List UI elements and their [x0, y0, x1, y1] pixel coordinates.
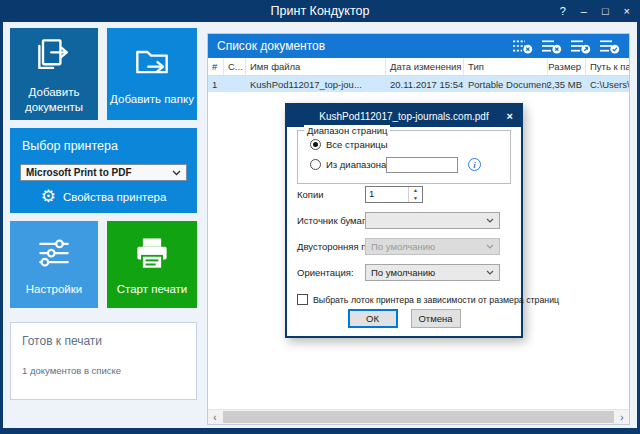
dialog-title: KushPod112017_top-journals.com.pdf [319, 111, 488, 122]
cancel-button[interactable]: Отмена [411, 309, 461, 328]
app-window: Принт Кондуктор ? – □ × Добавить докумен… [0, 0, 640, 434]
chevron-down-icon [486, 218, 494, 223]
all-pages-label: Все страницы [326, 139, 388, 150]
ok-button[interactable]: ОК [348, 309, 398, 328]
col-status[interactable]: С... [224, 58, 246, 75]
settings-button[interactable]: Настройки [10, 221, 98, 308]
duplex-value: По умолчанию [371, 241, 435, 252]
tray-checkbox[interactable]: Выбрать лоток принтера в зависимости от … [297, 294, 559, 305]
from-range-label: Из диапазона: [326, 159, 389, 170]
page-range-group: Диапазон страниц Все страницы Из диапазо… [297, 130, 511, 184]
row-type: Portable Document F... [464, 76, 548, 92]
col-path[interactable]: Путь к папке [586, 58, 629, 75]
settings-label: Настройки [26, 282, 82, 297]
maximize-button[interactable]: □ [602, 0, 609, 22]
row-num: 1 [208, 76, 224, 92]
printer-icon [130, 233, 174, 275]
row-name: KushPod112017_top-jou... [246, 76, 386, 92]
add-documents-button[interactable]: Добавить документы [10, 28, 98, 120]
printer-panel: Выбор принтера Microsoft Print to PDF ⚙ … [10, 128, 197, 213]
all-pages-radio[interactable]: Все страницы [310, 139, 388, 150]
add-documents-icon [32, 34, 76, 78]
open-list-icon[interactable] [570, 39, 591, 54]
chevron-down-icon [172, 170, 181, 176]
col-type[interactable]: Тип [464, 58, 548, 75]
start-print-button[interactable]: Старт печати [107, 221, 197, 308]
row-date: 20.11.2017 15:54 [386, 76, 464, 92]
add-folder-icon [130, 41, 174, 85]
start-print-label: Старт печати [117, 282, 188, 297]
window-title: Принт Кондуктор [271, 4, 370, 18]
copies-stepper[interactable]: 1 ▲ ▼ [365, 186, 423, 203]
help-button[interactable]: ? [560, 0, 566, 22]
orientation-label: Ориентация: [297, 267, 354, 278]
scroll-left-icon[interactable]: ‹ [208, 411, 222, 424]
paper-source-select[interactable] [365, 212, 500, 229]
dialog-close-button[interactable]: × [507, 105, 513, 127]
col-date[interactable]: Дата изменения [386, 58, 464, 75]
info-icon[interactable]: i [468, 158, 481, 171]
tray-checkbox-label: Выбрать лоток принтера в зависимости от … [313, 295, 559, 305]
minimize-button[interactable]: – [581, 0, 587, 22]
table-row[interactable]: 1 KushPod112017_top-jou... 20.11.2017 15… [208, 76, 629, 92]
table-header: # С... Имя файла Дата изменения Тип Разм… [208, 58, 629, 76]
col-size[interactable]: Размер [548, 58, 586, 75]
printer-properties-label: Свойства принтера [63, 191, 166, 203]
spin-down-icon[interactable]: ▼ [409, 195, 422, 203]
dialog-titlebar: KushPod112017_top-journals.com.pdf × [287, 105, 521, 127]
chevron-down-icon [486, 244, 494, 249]
titlebar: Принт Кондуктор ? – □ × [0, 0, 640, 22]
status-count: 1 документов в списке [22, 365, 196, 376]
printer-properties-button[interactable]: ⚙ Свойства принтера [10, 188, 197, 205]
orientation-select[interactable]: По умолчанию [365, 264, 500, 281]
radio-unselected-icon [310, 159, 321, 170]
horizontal-scrollbar[interactable]: ‹ › [208, 409, 629, 424]
copies-value: 1 [366, 187, 408, 202]
row-path: C:\Users\Admin\Desktop\ [586, 76, 629, 92]
document-list-header: Список документов [208, 34, 629, 58]
add-documents-label: Добавить документы [10, 85, 98, 115]
status-text: Готов к печати [22, 334, 196, 348]
print-settings-dialog: KushPod112017_top-journals.com.pdf × Диа… [285, 103, 523, 338]
save-list-icon[interactable] [599, 39, 620, 54]
row-size: 12,35 MB [548, 76, 586, 92]
close-button[interactable]: × [624, 0, 630, 22]
scroll-right-icon[interactable]: › [615, 411, 629, 424]
paper-source-label: Источник бумаги [297, 215, 371, 226]
clear-list-icon[interactable] [541, 39, 562, 54]
from-range-radio[interactable]: Из диапазона: [310, 159, 389, 170]
add-folder-button[interactable]: Добавить папку [107, 28, 197, 120]
spin-up-icon[interactable]: ▲ [409, 187, 422, 195]
radio-selected-icon [310, 139, 321, 150]
col-num[interactable]: # [208, 58, 224, 75]
duplex-select: По умолчанию [365, 238, 500, 255]
orientation-value: По умолчанию [371, 267, 435, 278]
printer-select-value: Microsoft Print to PDF [26, 167, 132, 178]
status-box: Готов к печати 1 документов в списке [10, 322, 197, 400]
document-list-title: Список документов [217, 39, 512, 53]
chevron-down-icon [486, 270, 494, 275]
page-range-legend: Диапазон страниц [304, 125, 390, 136]
col-name[interactable]: Имя файла [246, 58, 386, 75]
range-input[interactable] [386, 157, 458, 173]
sliders-icon [32, 233, 76, 275]
gear-icon: ⚙ [41, 188, 56, 205]
add-folder-label: Добавить папку [110, 92, 194, 107]
hide-list-icon[interactable] [512, 39, 533, 54]
scrollbar-thumb[interactable] [223, 411, 614, 423]
checkbox-unchecked-icon [297, 294, 308, 305]
copies-label: Копии [297, 189, 324, 200]
printer-select[interactable]: Microsoft Print to PDF [20, 164, 187, 181]
main-content: Добавить документы Добавить папку Выбор … [3, 22, 637, 428]
row-status [224, 76, 246, 92]
printer-panel-title: Выбор принтера [22, 139, 197, 153]
